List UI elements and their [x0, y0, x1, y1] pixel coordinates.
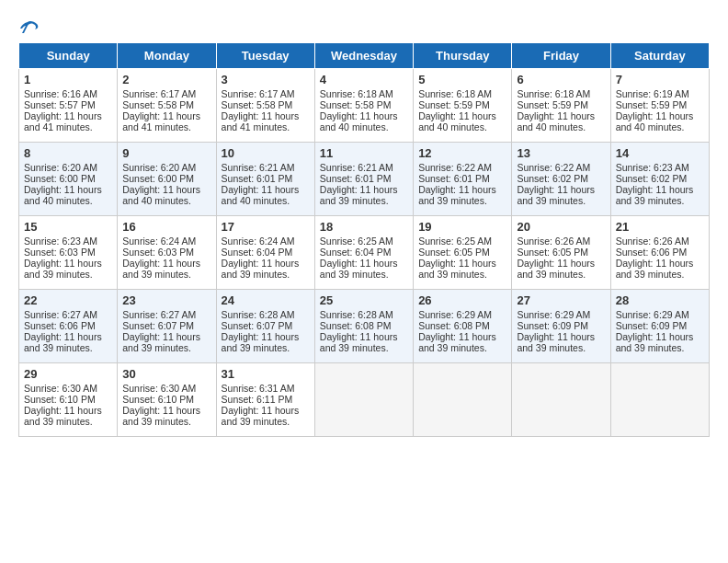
daylight-text: Daylight: 11 hours and 39 minutes.: [418, 184, 496, 206]
sunset-text: Sunset: 6:07 PM: [122, 320, 194, 331]
logo-bird-icon: [20, 20, 40, 37]
daylight-text: Daylight: 11 hours and 41 minutes.: [222, 110, 300, 132]
calendar-header-row: SundayMondayTuesdayWednesdayThursdayFrid…: [19, 42, 710, 68]
sunrise-text: Sunrise: 6:31 AM: [222, 383, 295, 394]
daylight-text: Daylight: 11 hours and 40 minutes.: [418, 110, 496, 132]
sunset-text: Sunset: 6:01 PM: [418, 173, 490, 184]
calendar-day-cell: 4Sunrise: 6:18 AMSunset: 5:58 PMDaylight…: [314, 68, 413, 142]
calendar-week-row: 22Sunrise: 6:27 AMSunset: 6:06 PMDayligh…: [19, 289, 710, 362]
daylight-text: Daylight: 11 hours and 39 minutes.: [517, 184, 595, 206]
day-number: 15: [24, 220, 112, 234]
day-number: 6: [517, 73, 605, 86]
calendar-day-cell: 9Sunrise: 6:20 AMSunset: 6:00 PMDaylight…: [118, 142, 216, 215]
sunset-text: Sunset: 5:58 PM: [320, 99, 392, 110]
calendar-day-cell: 3Sunrise: 6:17 AMSunset: 5:58 PMDaylight…: [216, 68, 314, 142]
day-number: 19: [418, 220, 506, 234]
sunset-text: Sunset: 6:10 PM: [122, 394, 194, 405]
logo-lines: [18, 18, 40, 37]
sunset-text: Sunset: 6:09 PM: [616, 320, 688, 331]
day-number: 30: [122, 367, 210, 381]
calendar-day-cell: 1Sunrise: 6:16 AMSunset: 5:57 PMDaylight…: [19, 68, 118, 142]
calendar-day-header: Tuesday: [216, 42, 314, 68]
sunset-text: Sunset: 5:57 PM: [24, 99, 96, 110]
sunset-text: Sunset: 6:08 PM: [418, 320, 490, 331]
calendar-day-cell: 22Sunrise: 6:27 AMSunset: 6:06 PMDayligh…: [19, 289, 118, 362]
daylight-text: Daylight: 11 hours and 39 minutes.: [616, 331, 694, 353]
calendar-day-cell: 19Sunrise: 6:25 AMSunset: 6:05 PMDayligh…: [414, 215, 512, 289]
daylight-text: Daylight: 11 hours and 39 minutes.: [222, 331, 300, 353]
calendar-day-cell: 14Sunrise: 6:23 AMSunset: 6:02 PMDayligh…: [610, 142, 709, 215]
sunrise-text: Sunrise: 6:18 AM: [418, 88, 492, 99]
daylight-text: Daylight: 11 hours and 41 minutes.: [122, 110, 200, 132]
daylight-text: Daylight: 11 hours and 39 minutes.: [222, 405, 300, 427]
day-number: 18: [320, 220, 408, 234]
calendar-day-cell: 8Sunrise: 6:20 AMSunset: 6:00 PMDaylight…: [19, 142, 118, 215]
sunrise-text: Sunrise: 6:20 AM: [24, 162, 97, 173]
sunrise-text: Sunrise: 6:29 AM: [418, 309, 492, 320]
daylight-text: Daylight: 11 hours and 40 minutes.: [616, 110, 694, 132]
sunrise-text: Sunrise: 6:17 AM: [222, 88, 295, 99]
sunrise-text: Sunrise: 6:27 AM: [122, 309, 196, 320]
calendar-day-cell: 12Sunrise: 6:22 AMSunset: 6:01 PMDayligh…: [414, 142, 512, 215]
sunset-text: Sunset: 5:58 PM: [122, 99, 194, 110]
calendar-day-cell: 2Sunrise: 6:17 AMSunset: 5:58 PMDaylight…: [118, 68, 216, 142]
daylight-text: Daylight: 11 hours and 40 minutes.: [222, 184, 300, 206]
calendar-day-cell: 6Sunrise: 6:18 AMSunset: 5:59 PMDaylight…: [512, 68, 610, 142]
calendar-day-cell: 10Sunrise: 6:21 AMSunset: 6:01 PMDayligh…: [216, 142, 314, 215]
sunrise-text: Sunrise: 6:29 AM: [517, 309, 590, 320]
sunset-text: Sunset: 6:03 PM: [122, 247, 194, 258]
sunset-text: Sunset: 6:02 PM: [517, 173, 588, 184]
day-number: 28: [616, 293, 704, 307]
daylight-text: Daylight: 11 hours and 39 minutes.: [418, 258, 496, 280]
sunrise-text: Sunrise: 6:21 AM: [222, 162, 295, 173]
sunset-text: Sunset: 5:59 PM: [517, 99, 588, 110]
day-number: 31: [222, 367, 310, 381]
day-number: 21: [616, 220, 704, 234]
day-number: 8: [24, 146, 112, 160]
sunset-text: Sunset: 6:11 PM: [222, 394, 293, 405]
calendar-day-cell: [414, 362, 512, 436]
daylight-text: Daylight: 11 hours and 41 minutes.: [24, 110, 102, 132]
day-number: 29: [24, 367, 112, 381]
daylight-text: Daylight: 11 hours and 39 minutes.: [122, 258, 200, 280]
sunset-text: Sunset: 5:59 PM: [418, 99, 490, 110]
calendar-day-header: Wednesday: [314, 42, 413, 68]
daylight-text: Daylight: 11 hours and 39 minutes.: [222, 258, 300, 280]
daylight-text: Daylight: 11 hours and 39 minutes.: [418, 331, 496, 353]
daylight-text: Daylight: 11 hours and 39 minutes.: [616, 184, 694, 206]
calendar-day-cell: [610, 362, 709, 436]
sunrise-text: Sunrise: 6:23 AM: [24, 236, 97, 247]
daylight-text: Daylight: 11 hours and 40 minutes.: [24, 184, 102, 206]
calendar-week-row: 1Sunrise: 6:16 AMSunset: 5:57 PMDaylight…: [19, 68, 710, 142]
sunrise-text: Sunrise: 6:28 AM: [320, 309, 393, 320]
sunset-text: Sunset: 6:01 PM: [222, 173, 293, 184]
calendar-day-cell: [314, 362, 413, 436]
sunset-text: Sunset: 6:08 PM: [320, 320, 392, 331]
calendar-day-cell: 26Sunrise: 6:29 AMSunset: 6:08 PMDayligh…: [414, 289, 512, 362]
sunrise-text: Sunrise: 6:29 AM: [616, 309, 689, 320]
day-number: 16: [122, 220, 210, 234]
daylight-text: Daylight: 11 hours and 40 minutes.: [320, 110, 398, 132]
calendar-day-cell: 23Sunrise: 6:27 AMSunset: 6:07 PMDayligh…: [118, 289, 216, 362]
daylight-text: Daylight: 11 hours and 39 minutes.: [517, 331, 595, 353]
day-number: 10: [222, 146, 310, 160]
sunrise-text: Sunrise: 6:25 AM: [418, 236, 492, 247]
sunset-text: Sunset: 5:59 PM: [616, 99, 688, 110]
sunrise-text: Sunrise: 6:18 AM: [320, 88, 393, 99]
calendar-day-cell: 17Sunrise: 6:24 AMSunset: 6:04 PMDayligh…: [216, 215, 314, 289]
day-number: 2: [122, 73, 210, 86]
sunrise-text: Sunrise: 6:27 AM: [24, 309, 97, 320]
sunrise-text: Sunrise: 6:21 AM: [320, 162, 393, 173]
sunset-text: Sunset: 6:00 PM: [24, 173, 96, 184]
day-number: 11: [320, 146, 408, 160]
daylight-text: Daylight: 11 hours and 39 minutes.: [517, 258, 595, 280]
sunset-text: Sunset: 6:01 PM: [320, 173, 392, 184]
daylight-text: Daylight: 11 hours and 39 minutes.: [616, 258, 694, 280]
sunrise-text: Sunrise: 6:23 AM: [616, 162, 689, 173]
calendar-day-cell: 28Sunrise: 6:29 AMSunset: 6:09 PMDayligh…: [610, 289, 709, 362]
day-number: 5: [418, 73, 506, 86]
sunset-text: Sunset: 6:05 PM: [517, 247, 588, 258]
calendar-day-cell: 15Sunrise: 6:23 AMSunset: 6:03 PMDayligh…: [19, 215, 118, 289]
logo: [18, 18, 40, 37]
calendar-day-cell: [512, 362, 610, 436]
